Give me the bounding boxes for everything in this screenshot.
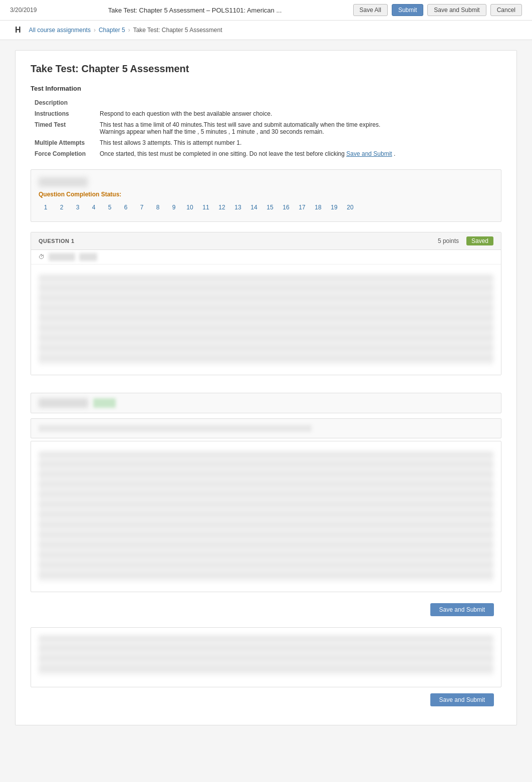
question-number-4[interactable]: 4 (87, 202, 101, 214)
date-display: 3/20/2019 (10, 7, 37, 14)
multiple-attempts-label: Multiple Attempts (31, 137, 96, 148)
question-number-17[interactable]: 17 (295, 202, 309, 214)
bottom-actions: Save and Submit (31, 597, 501, 622)
question-numbers: 1234567891011121314151617181920 (39, 202, 493, 214)
question2-completion-text (39, 425, 312, 432)
description-row: Description (31, 97, 501, 108)
multiple-attempts-row: Multiple Attempts This test allows 3 att… (31, 137, 501, 148)
force-completion-row: Force Completion Once started, this test… (31, 148, 501, 159)
submit-button[interactable]: Submit (392, 4, 423, 16)
question1-section: QUESTION 1 5 points Saved ⏱ (31, 232, 501, 375)
force-completion-value: Once started, this test must be complete… (96, 148, 501, 159)
multiple-attempts-value: This test allows 3 attempts. This is att… (96, 137, 501, 148)
description-value (96, 97, 501, 108)
question-number-20[interactable]: 20 (343, 202, 357, 214)
question-number-3[interactable]: 3 (71, 202, 85, 214)
top-bar: 3/20/2019 Take Test: Chapter 5 Assessmen… (0, 0, 532, 21)
question-number-11[interactable]: 11 (199, 202, 213, 214)
bottom-save-submit-button-2[interactable]: Save and Submit (430, 693, 494, 706)
main-content: Take Test: Chapter 5 Assessment Test Inf… (0, 40, 532, 735)
question1-points: 5 points (438, 237, 459, 244)
bottom-save-submit-button[interactable]: Save and Submit (430, 603, 494, 616)
timed-test-row: Timed Test This test has a time limit of… (31, 119, 501, 137)
test-title: Take Test: Chapter 5 Assessment (31, 63, 501, 75)
instructions-row: Instructions Respond to each question wi… (31, 108, 501, 119)
question2-content-blurred (39, 451, 493, 582)
force-completion-link[interactable]: Save and Submit (346, 150, 392, 157)
question2-status-text (39, 398, 88, 408)
completion-box-header (39, 177, 493, 187)
question-number-19[interactable]: 19 (327, 202, 341, 214)
question2-badge (93, 398, 116, 408)
completion-status-label: Question Completion Status: (39, 191, 493, 198)
question-number-16[interactable]: 16 (279, 202, 293, 214)
breadcrumb-current: Take Test: Chapter 5 Assessment (133, 27, 222, 34)
question1-content-blurred (39, 275, 493, 365)
question-number-12[interactable]: 12 (215, 202, 229, 214)
breadcrumb-sep-2: › (128, 27, 130, 34)
timed-test-line2: Warnings appear when half the time , 5 m… (100, 128, 324, 135)
extra-content-blurred (39, 635, 493, 675)
question-number-13[interactable]: 13 (231, 202, 245, 214)
question-number-8[interactable]: 8 (151, 202, 165, 214)
question-number-5[interactable]: 5 (103, 202, 117, 214)
breadcrumb-all-assignments[interactable]: All course assignments (29, 27, 91, 34)
test-info-table: Description Instructions Respond to each… (31, 97, 501, 159)
question-number-10[interactable]: 10 (183, 202, 197, 214)
question-number-6[interactable]: 6 (119, 202, 133, 214)
question1-body (31, 265, 501, 375)
question-number-18[interactable]: 18 (311, 202, 325, 214)
bottom-actions-2: Save and Submit (31, 687, 501, 712)
breadcrumb: H All course assignments › Chapter 5 › T… (0, 21, 532, 40)
timed-test-value: This test has a time limit of 40 minutes… (96, 119, 501, 137)
question1-meta: 5 points Saved (438, 236, 493, 245)
page-title-topbar: Take Test: Chapter 5 Assessment – POLS11… (37, 7, 353, 14)
timed-test-label: Timed Test (31, 119, 96, 137)
spacer1 (31, 383, 501, 393)
instructions-value: Respond to each question with the best a… (96, 108, 501, 119)
timer-row: ⏱ (31, 250, 501, 265)
question1-label: QUESTION 1 (39, 238, 75, 244)
question2-status-header (31, 393, 501, 413)
top-bar-actions: Save All Submit Save and Submit Cancel (353, 4, 522, 16)
extra-answer-area (31, 627, 501, 687)
clock-icon: ⏱ (39, 253, 45, 260)
question1-saved: Saved (466, 236, 493, 245)
force-completion-label: Force Completion (31, 148, 96, 159)
question-number-15[interactable]: 15 (263, 202, 277, 214)
question-number-7[interactable]: 7 (135, 202, 149, 214)
force-completion-end: . (394, 150, 395, 157)
test-container: Take Test: Chapter 5 Assessment Test Inf… (15, 50, 517, 725)
breadcrumb-sep-1: › (94, 27, 96, 34)
question2-body (31, 441, 501, 592)
question-number-2[interactable]: 2 (55, 202, 69, 214)
test-info-section: Test Information Description Instruction… (31, 85, 501, 159)
timer-value (79, 253, 97, 261)
question-number-14[interactable]: 14 (247, 202, 261, 214)
question2-completion-box (31, 418, 501, 438)
description-label: Description (31, 97, 96, 108)
timed-test-line1: This test has a time limit of 40 minutes… (100, 121, 380, 128)
instructions-label: Instructions (31, 108, 96, 119)
question-number-1[interactable]: 1 (39, 202, 53, 214)
question-number-9[interactable]: 9 (167, 202, 181, 214)
cancel-button[interactable]: Cancel (490, 4, 522, 16)
force-completion-text: Once started, this test must be complete… (100, 150, 345, 157)
test-info-label: Test Information (31, 85, 501, 92)
completion-status-box: Question Completion Status: 123456789101… (31, 169, 501, 222)
save-and-submit-button[interactable]: Save and Submit (427, 4, 486, 16)
question1-header: QUESTION 1 5 points Saved (31, 232, 501, 250)
save-all-button[interactable]: Save All (353, 4, 388, 16)
site-logo: H (15, 26, 21, 35)
timer-label (49, 253, 75, 261)
breadcrumb-chapter5[interactable]: Chapter 5 (99, 27, 125, 34)
